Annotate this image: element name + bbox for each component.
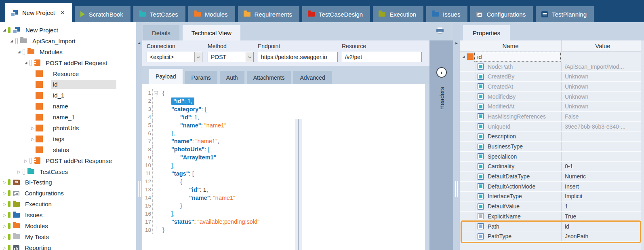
property-value[interactable]: Unknown bbox=[562, 103, 644, 110]
property-row-uniqueid[interactable]: UniqueId39ee7b6b-86b3-e340-... bbox=[460, 122, 644, 132]
property-row-description[interactable]: Description bbox=[460, 132, 644, 142]
tab-params[interactable]: Params bbox=[185, 71, 217, 84]
code-line[interactable]: 8"photoUrls": [ bbox=[142, 145, 429, 153]
property-row-createdby[interactable]: CreatedByUnknown bbox=[460, 72, 644, 82]
property-row-interfacetype[interactable]: InterfaceTypeImplicit bbox=[460, 192, 644, 202]
property-name-cell[interactable]: DefaultActionMode bbox=[460, 182, 562, 191]
dropdown-button[interactable] bbox=[246, 52, 253, 62]
tab-testcasedesign[interactable]: TestCaseDesign bbox=[302, 6, 370, 22]
property-row-specialicon[interactable]: SpecialIcon bbox=[460, 152, 644, 162]
code-line[interactable]: 2"id": 1, bbox=[142, 97, 429, 105]
fold-toggle[interactable] bbox=[153, 89, 160, 97]
property-name-cell[interactable]: Description bbox=[460, 132, 562, 142]
property-value[interactable]: Implicit bbox=[562, 193, 644, 199]
code-line[interactable]: 18} bbox=[142, 226, 429, 234]
property-value[interactable]: 1 bbox=[562, 203, 644, 210]
tab-configurations[interactable]: Configurations bbox=[470, 6, 533, 22]
splitter-grip[interactable] bbox=[455, 181, 458, 197]
tree-item-new-project[interactable]: New Project bbox=[0, 25, 136, 36]
property-value[interactable]: Insert bbox=[562, 183, 644, 190]
property-value[interactable]: False bbox=[562, 113, 644, 120]
property-name-cell[interactable]: ModifiedBy bbox=[460, 92, 562, 102]
property-row-nodepath[interactable]: NodePath/ApiScan_Import/Mod... bbox=[460, 62, 644, 72]
property-row-path[interactable]: Pathid bbox=[460, 222, 644, 232]
tree-item-execution[interactable]: Execution bbox=[0, 199, 136, 210]
property-row-modifiedat[interactable]: ModifiedAtUnknown bbox=[460, 102, 644, 112]
property-name-cell[interactable]: DefaultDataType bbox=[460, 172, 562, 181]
property-row-hasmissingreferences[interactable]: HasMissingReferencesFalse bbox=[460, 112, 644, 122]
tab-advanced[interactable]: Advanced bbox=[293, 71, 331, 84]
expander-closed-icon[interactable] bbox=[2, 246, 7, 250]
expander-closed-icon[interactable] bbox=[2, 224, 7, 228]
tab-details[interactable]: Details bbox=[143, 25, 179, 40]
tree-item-testcases[interactable]: TestCases bbox=[0, 166, 136, 177]
dropdown-button[interactable] bbox=[194, 52, 202, 62]
tree-item-post-addpet-response[interactable]: POST addPet Response bbox=[0, 155, 136, 166]
properties-scrollbar[interactable] bbox=[641, 40, 644, 250]
code-line[interactable]: 11"tags": [ bbox=[142, 169, 429, 178]
tab-auth[interactable]: Auth bbox=[220, 71, 244, 84]
tree-item-post-addpet-request[interactable]: POST addPet Request bbox=[0, 57, 136, 68]
code-line[interactable]: 1{ bbox=[142, 89, 429, 97]
left-splitter[interactable]: ◀ bbox=[136, 22, 142, 250]
property-row-explicitname[interactable]: ExplicitNameTrue bbox=[460, 212, 644, 222]
code-line[interactable]: 10], bbox=[142, 161, 429, 169]
connection-select[interactable]: <explicit> bbox=[147, 52, 202, 62]
tree-item-apiscan-import[interactable]: ApiScan_Import bbox=[0, 36, 136, 47]
property-name-cell[interactable]: PathType bbox=[460, 231, 562, 241]
splitter-grip[interactable] bbox=[138, 181, 141, 197]
expander-closed-icon[interactable] bbox=[2, 191, 7, 195]
expander-closed-icon[interactable] bbox=[2, 202, 7, 206]
property-group-row[interactable]: id bbox=[460, 52, 644, 62]
property-row-modifiedby[interactable]: ModifiedByUnknown bbox=[460, 92, 644, 102]
expander-closed-icon[interactable] bbox=[16, 169, 22, 174]
collapse-left-icon[interactable]: ◀ bbox=[136, 42, 142, 45]
expander-open-icon[interactable] bbox=[2, 28, 7, 32]
tree-item-name[interactable]: name bbox=[0, 101, 136, 112]
property-value[interactable]: Unknown bbox=[562, 83, 644, 90]
tree-item-modules[interactable]: Modules bbox=[0, 47, 136, 57]
property-name-cell[interactable]: HasMissingReferences bbox=[460, 112, 562, 121]
tree-item-my-tests[interactable]: My Tests bbox=[0, 231, 136, 242]
expander-open-icon[interactable] bbox=[461, 55, 466, 59]
tab-scratchbook[interactable]: ScratchBook bbox=[75, 6, 130, 22]
code-line[interactable]: 7"name": "name1", bbox=[142, 137, 429, 145]
tree-item-issues[interactable]: Issues bbox=[0, 210, 136, 220]
property-value[interactable]: 0-1 bbox=[562, 163, 644, 169]
property-name-cell[interactable]: ExplicitName bbox=[460, 212, 562, 221]
tree-item-reporting[interactable]: Reporting bbox=[0, 242, 136, 250]
tree-item-id[interactable]: id bbox=[0, 79, 136, 90]
property-name-cell[interactable]: UniqueId bbox=[460, 122, 562, 131]
property-name-cell[interactable]: CreatedBy bbox=[460, 72, 562, 81]
expander-closed-icon[interactable] bbox=[30, 126, 36, 130]
tab-payload[interactable]: Payload bbox=[149, 69, 183, 84]
tab-requirements[interactable]: Requirements bbox=[238, 6, 299, 22]
property-name-cell[interactable]: Cardinality bbox=[460, 162, 562, 172]
collapse-right-icon[interactable]: ▶ bbox=[453, 42, 460, 45]
column-header-value[interactable]: Value bbox=[562, 42, 644, 49]
endpoint-input[interactable]: https://petstore.swagger.io bbox=[258, 52, 338, 62]
close-icon[interactable] bbox=[61, 9, 65, 16]
property-name-cell[interactable]: BusinessType bbox=[460, 142, 562, 151]
property-value[interactable]: Unknown bbox=[562, 73, 644, 80]
tree-item-status[interactable]: status bbox=[0, 144, 136, 155]
tab-issues[interactable]: Issues bbox=[426, 6, 467, 22]
property-value[interactable]: /ApiScan_Import/Mod... bbox=[562, 64, 644, 70]
expander-closed-icon[interactable] bbox=[23, 159, 29, 163]
property-value[interactable]: Unknown bbox=[562, 93, 644, 100]
expander-open-icon[interactable] bbox=[9, 39, 15, 43]
code-line[interactable]: 15} bbox=[142, 201, 429, 210]
property-value[interactable]: Numeric bbox=[562, 173, 644, 180]
property-row-cardinality[interactable]: Cardinality0-1 bbox=[460, 162, 644, 172]
property-name-cell[interactable]: Path bbox=[460, 222, 562, 231]
resource-input[interactable]: /v2/pet bbox=[342, 52, 422, 62]
tab-modules[interactable]: Modules bbox=[188, 6, 235, 22]
code-line[interactable]: 6}, bbox=[142, 129, 429, 137]
method-select[interactable]: POST bbox=[208, 52, 254, 62]
property-name-cell[interactable]: ModifiedAt bbox=[460, 102, 562, 111]
right-splitter[interactable]: ▶ bbox=[453, 22, 460, 250]
property-row-defaultactionmode[interactable]: DefaultActionModeInsert bbox=[460, 182, 644, 192]
code-line[interactable]: 12{ bbox=[142, 178, 429, 186]
tab-new-project[interactable]: New Project bbox=[5, 3, 72, 22]
group-name-cell[interactable]: id bbox=[474, 52, 561, 62]
